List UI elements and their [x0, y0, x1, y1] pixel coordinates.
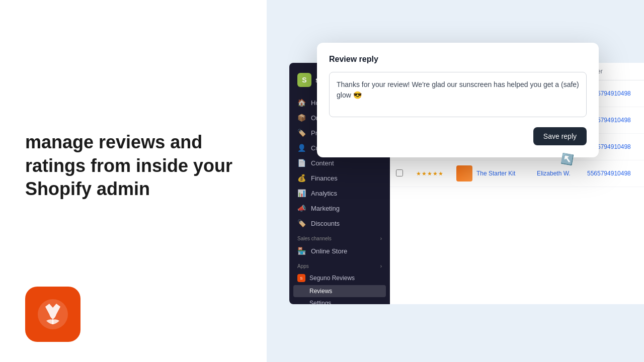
review-reply-dialog: Review reply Thanks for your review! We'…	[317, 43, 599, 157]
rating-stars: ★★★★★	[416, 170, 456, 177]
products-icon: 🏷️	[297, 129, 306, 137]
product-link[interactable]: The Starter Kit	[476, 170, 515, 177]
sidebar-item-finances[interactable]: 💰 Finances	[289, 170, 390, 186]
sidebar-item-label: Discounts	[311, 220, 340, 227]
finances-icon: 💰	[297, 174, 306, 182]
marketing-icon: 📣	[297, 204, 306, 212]
sub-item-label: Reviews	[309, 288, 332, 295]
customers-icon: 👤	[297, 144, 306, 152]
sidebar-sub-item-reviews[interactable]: Reviews	[293, 285, 386, 297]
sidebar-item-discounts[interactable]: 🏷️ Discounts	[289, 216, 390, 231]
sidebar-item-label: Finances	[311, 174, 338, 182]
app-icon	[25, 287, 80, 342]
sidebar-item-label: Content	[311, 159, 334, 167]
right-panel: S shopify 🏠 Home 📦 Orders 🏷️ Products 👤 …	[267, 0, 644, 362]
app-icon-svg	[35, 297, 70, 332]
sidebar-item-analytics[interactable]: 📊 Analytics	[289, 186, 390, 201]
home-icon: 🏠	[297, 99, 306, 107]
shopify-logo-icon: S	[297, 73, 311, 87]
sidebar-sub-item-settings[interactable]: Settings	[289, 297, 390, 304]
sidebar-item-online-store[interactable]: 🏪 Online Store	[289, 243, 390, 258]
discounts-icon: 🏷️	[297, 219, 306, 227]
tagline: manage reviews and ratings from inside y…	[25, 131, 242, 201]
dialog-title: Review reply	[329, 55, 587, 64]
sidebar-item-seguno-reviews[interactable]: S Seguno Reviews	[289, 271, 390, 285]
save-reply-button[interactable]: Save reply	[533, 127, 587, 145]
product-thumbnail	[456, 165, 472, 182]
sidebar-item-marketing[interactable]: 📣 Marketing	[289, 201, 390, 216]
orders-icon: 📦	[297, 114, 306, 122]
dialog-footer: Save reply	[329, 127, 587, 145]
cursor-indicator: ↖️	[560, 152, 575, 166]
order-link[interactable]: 5565794910498	[587, 170, 644, 177]
row-checkbox[interactable]	[396, 169, 403, 176]
sub-item-label: Settings	[309, 300, 331, 304]
app-label: Seguno Reviews	[309, 275, 355, 282]
seguno-reviews-icon: S	[297, 274, 305, 282]
customer-link[interactable]: Elizabeth W.	[537, 170, 587, 177]
sidebar-item-label: Marketing	[311, 205, 340, 212]
product-cell: The Starter Kit	[456, 165, 537, 182]
table-row: ★★★★★ The Starter Kit Elizabeth W. 55657…	[390, 160, 644, 187]
sidebar-item-label: Analytics	[311, 190, 337, 197]
sidebar-item-content[interactable]: 📄 Content	[289, 155, 390, 170]
left-panel: manage reviews and ratings from inside y…	[0, 0, 267, 362]
content-icon: 📄	[297, 159, 306, 167]
analytics-icon: 📊	[297, 189, 306, 197]
reply-textarea[interactable]: Thanks for your review! We're glad our s…	[329, 72, 587, 117]
sales-channels-section: Sales channels ›	[289, 231, 390, 243]
store-icon: 🏪	[297, 247, 306, 255]
apps-section: Apps ›	[289, 258, 390, 271]
sidebar-item-label: Online Store	[311, 247, 347, 255]
